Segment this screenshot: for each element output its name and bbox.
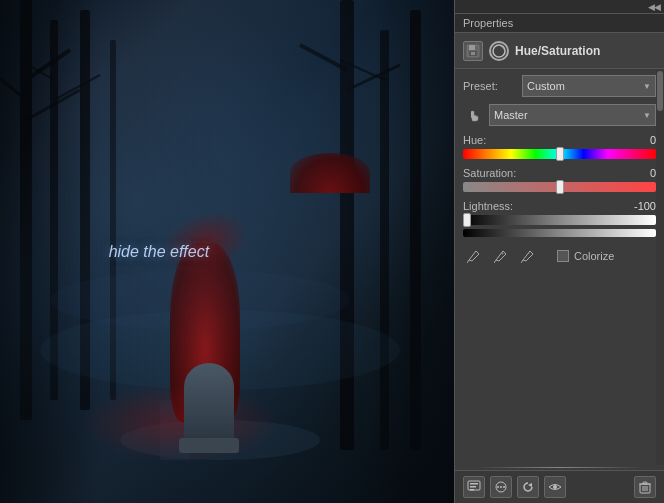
lightness-section: Lightness: -100 — [463, 200, 656, 225]
canvas-image: hide the effect — [0, 0, 454, 503]
hue-value: 0 — [621, 134, 656, 146]
saturation-value: 0 — [621, 167, 656, 179]
svg-text:+: + — [501, 250, 504, 256]
canvas-area: hide the effect — [0, 0, 454, 503]
master-value: Master — [494, 109, 528, 121]
colorize-checkbox[interactable] — [557, 250, 569, 262]
reset-button[interactable] — [517, 476, 539, 498]
svg-point-36 — [500, 486, 502, 488]
pencil-tool-3[interactable]: - — [517, 245, 539, 267]
properties-label: Properties — [455, 14, 664, 33]
svg-line-28 — [521, 260, 523, 263]
hand-tool-icon[interactable] — [463, 105, 483, 125]
umbrella — [290, 153, 370, 193]
saturation-slider[interactable] — [463, 182, 656, 192]
lightness-value: -100 — [621, 200, 656, 212]
svg-rect-24 — [471, 111, 473, 118]
svg-rect-3 — [110, 40, 116, 400]
master-select[interactable]: Master ▼ — [489, 104, 656, 126]
svg-rect-20 — [469, 45, 475, 50]
svg-rect-31 — [470, 483, 478, 485]
svg-rect-30 — [468, 481, 480, 490]
saturation-header: Saturation: 0 — [463, 167, 656, 179]
saturation-section: Saturation: 0 — [463, 167, 656, 192]
adjustment-circle-icon[interactable] — [489, 41, 509, 61]
master-row: Master ▼ — [463, 104, 656, 126]
visibility-button[interactable] — [544, 476, 566, 498]
pencil-tool-2[interactable]: + — [490, 245, 512, 267]
properties-panel: ◀◀ Properties Hue/Saturation — [454, 0, 664, 503]
circle-dots-button[interactable] — [490, 476, 512, 498]
trees-right — [374, 0, 454, 503]
floppy-disk-icon[interactable] — [463, 41, 483, 61]
saturation-thumb[interactable] — [556, 180, 564, 194]
hue-label: Hue: — [463, 134, 486, 146]
preset-label: Preset: — [463, 80, 518, 92]
svg-rect-33 — [470, 489, 474, 491]
svg-marker-38 — [528, 483, 532, 487]
master-dropdown-arrow: ▼ — [643, 111, 651, 120]
svg-rect-32 — [470, 486, 476, 488]
svg-rect-42 — [643, 482, 647, 484]
hue-header: Hue: 0 — [463, 134, 656, 146]
panel-toolbar — [455, 470, 664, 503]
colorize-row: + - Colorize — [463, 245, 656, 267]
scrollbar-track[interactable] — [656, 69, 664, 465]
panel-content: Preset: Custom ▼ Master ▼ — [455, 69, 664, 465]
preset-select[interactable]: Custom ▼ — [522, 75, 656, 97]
svg-line-25 — [467, 260, 469, 263]
preset-value: Custom — [527, 80, 565, 92]
filter-layer-button[interactable] — [463, 476, 485, 498]
scrollbar-thumb[interactable] — [657, 71, 663, 111]
pencil-tool-1[interactable] — [463, 245, 485, 267]
panel-header: Hue/Saturation — [455, 33, 664, 69]
saturation-label: Saturation: — [463, 167, 516, 179]
hue-section: Hue: 0 — [463, 134, 656, 159]
colorize-label: Colorize — [574, 250, 614, 262]
svg-line-26 — [494, 260, 496, 263]
lightness-slider[interactable] — [463, 215, 656, 225]
gravestone — [184, 363, 234, 443]
lightness-header: Lightness: -100 — [463, 200, 656, 212]
svg-point-35 — [497, 486, 499, 488]
lightness-thumb[interactable] — [463, 213, 471, 227]
svg-point-37 — [503, 486, 505, 488]
panel-divider — [476, 467, 643, 468]
collapse-arrows-icon: ◀◀ — [648, 2, 660, 12]
main-container: hide the effect ◀◀ Properties — [0, 0, 664, 503]
preset-row: Preset: Custom ▼ — [463, 75, 656, 97]
lightness-label: Lightness: — [463, 200, 513, 212]
hue-thumb[interactable] — [556, 147, 564, 161]
lightness-result-bar — [463, 229, 656, 237]
svg-rect-9 — [340, 0, 354, 450]
panel-collapse-bar[interactable]: ◀◀ — [455, 0, 664, 14]
hue-slider[interactable] — [463, 149, 656, 159]
svg-rect-22 — [471, 52, 475, 55]
delete-button[interactable] — [634, 476, 656, 498]
svg-line-12 — [300, 45, 347, 70]
panel-title: Hue/Saturation — [515, 44, 656, 58]
canvas-overlay-text: hide the effect — [109, 243, 210, 261]
preset-dropdown-arrow: ▼ — [643, 82, 651, 91]
svg-point-39 — [553, 485, 557, 489]
